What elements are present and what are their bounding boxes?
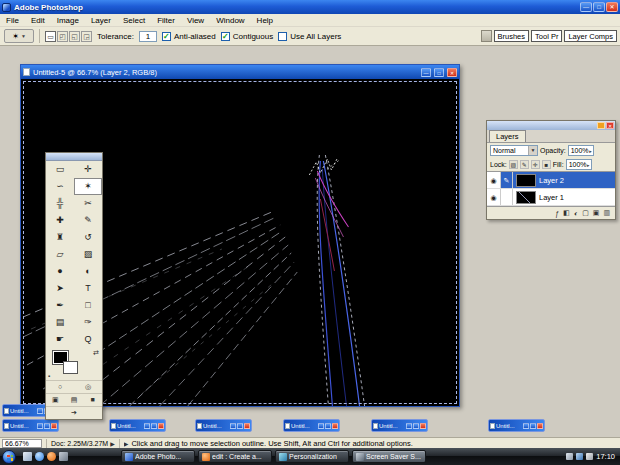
slider-arrow-icon[interactable]: ▸ [587, 160, 590, 170]
doc-minimize-icon[interactable]: — [421, 68, 431, 77]
close-icon[interactable] [332, 423, 338, 429]
full-screen-icon[interactable]: ■ [83, 394, 102, 406]
layer-name[interactable]: Layer 1 [539, 193, 564, 202]
tray-misc-icon[interactable] [586, 453, 593, 460]
visibility-eye-icon[interactable]: ◉ [487, 189, 501, 205]
layer-style-icon[interactable]: ƒ [555, 210, 559, 217]
tool-brush[interactable]: ✎ [74, 212, 102, 229]
imageready-icon[interactable]: ➔ [46, 407, 102, 419]
fill-input[interactable]: 100% ▸ [566, 159, 592, 170]
start-button[interactable] [2, 450, 16, 464]
minimize-icon[interactable]: — [580, 2, 592, 12]
minimized-doc-window[interactable]: Untitl... [109, 419, 166, 432]
lock-position-icon[interactable]: ✛ [531, 160, 540, 169]
minimized-doc-window[interactable]: Untitl... [488, 419, 545, 432]
delete-layer-icon[interactable]: ▥ [603, 209, 610, 217]
tray-network-icon[interactable] [576, 453, 583, 460]
default-colors-icon[interactable]: ▪ [48, 373, 50, 379]
subtract-from-selection-icon[interactable]: ◱ [69, 31, 80, 42]
menu-select[interactable]: Select [117, 14, 151, 27]
taskbar-button-photoshop[interactable]: Adobe Photo... [121, 450, 195, 463]
taskbar-button-personalization[interactable]: Personalization [275, 450, 349, 463]
menu-image[interactable]: Image [51, 14, 85, 27]
tool-history-brush[interactable]: ↺ [74, 229, 102, 246]
standard-screen-icon[interactable]: ▣ [46, 394, 65, 406]
lock-all-icon[interactable]: ■ [542, 160, 551, 169]
full-screen-menubar-icon[interactable]: ▤ [65, 394, 84, 406]
lock-paint-icon[interactable]: ✎ [520, 160, 529, 169]
swap-colors-icon[interactable]: ⇄ [93, 349, 99, 357]
tool-blur[interactable]: ● [46, 263, 74, 280]
restore-icon[interactable] [523, 423, 529, 429]
intersect-selection-icon[interactable]: ◲ [81, 31, 92, 42]
tool-pen[interactable]: ✒ [46, 297, 74, 314]
maximize-icon[interactable] [44, 423, 50, 429]
menu-edit[interactable]: Edit [25, 14, 51, 27]
doc-close-icon[interactable]: ✕ [447, 68, 457, 77]
background-color-swatch[interactable] [63, 361, 78, 374]
menu-view[interactable]: View [181, 14, 210, 27]
tool-clone-stamp[interactable]: ♜ [46, 229, 74, 246]
taskbar-button-screensaver[interactable]: Screen Saver S... [352, 450, 426, 463]
lock-transparency-icon[interactable]: ▨ [509, 160, 518, 169]
layer-thumbnail[interactable] [516, 174, 536, 187]
minimized-doc-window[interactable]: Untitl... [195, 419, 252, 432]
tool-eyedropper[interactable]: ✑ [74, 314, 102, 331]
restore-icon[interactable] [318, 423, 324, 429]
maximize-icon[interactable] [237, 423, 243, 429]
adjustment-layer-icon[interactable]: ◐ [574, 210, 578, 217]
toolbox-titlebar[interactable] [46, 153, 102, 161]
menu-filter[interactable]: Filter [151, 14, 181, 27]
zoom-input[interactable]: 66.67% [2, 439, 42, 448]
menu-file[interactable]: File [0, 14, 25, 27]
firefox-quicklaunch-icon[interactable] [47, 452, 56, 461]
tool-eraser[interactable]: ▱ [46, 246, 74, 263]
tool-notes[interactable]: ▤ [46, 314, 74, 331]
tool-type[interactable]: T [74, 280, 102, 297]
layer-comps-palette-tab[interactable]: Layer Comps [564, 30, 617, 42]
layer-row-layer-1[interactable]: ◉ Layer 1 [487, 189, 615, 206]
taskbar-clock[interactable]: 17:10 [596, 452, 615, 461]
doc-maximize-icon[interactable]: □ [434, 68, 444, 77]
restore-icon[interactable] [37, 408, 43, 414]
maximize-icon[interactable]: □ [593, 2, 605, 12]
standard-mode-icon[interactable]: ○ [46, 381, 74, 393]
maximize-icon[interactable] [151, 423, 157, 429]
tool-path-selection[interactable]: ➤ [46, 280, 74, 297]
close-icon[interactable] [537, 423, 543, 429]
tool-preset-picker[interactable]: ✶ ▼ [4, 29, 34, 43]
new-selection-icon[interactable]: ▭ [45, 31, 56, 42]
close-icon[interactable] [420, 423, 426, 429]
opacity-input[interactable]: 100% ▸ [568, 145, 594, 156]
tool-rectangular-marquee[interactable]: ▭ [46, 161, 74, 178]
browser-quicklaunch-icon[interactable] [35, 452, 44, 461]
blend-mode-select[interactable]: Normal ▼ [490, 145, 538, 156]
status-menu-arrow-icon[interactable]: ▶ [110, 440, 115, 447]
restore-icon[interactable] [144, 423, 150, 429]
tray-volume-icon[interactable] [566, 453, 573, 460]
tool-zoom[interactable]: Q [74, 331, 102, 348]
minimized-doc-window[interactable]: Untitl... [371, 419, 428, 432]
add-to-selection-icon[interactable]: ◰ [57, 31, 68, 42]
quick-mask-mode-icon[interactable]: ◎ [74, 381, 102, 393]
slider-arrow-icon[interactable]: ▸ [589, 146, 592, 156]
tool-lasso[interactable]: ∽ [46, 178, 74, 195]
tool-healing-brush[interactable]: ✚ [46, 212, 74, 229]
tool-slice[interactable]: ✂ [74, 195, 102, 212]
doc-size-indicator[interactable]: Doc: 2.25M/3.27M ▶ [46, 439, 120, 448]
new-layer-icon[interactable]: ▣ [593, 209, 600, 217]
app-titlebar[interactable]: Adobe Photoshop — □ ✕ [0, 0, 620, 14]
layer-name[interactable]: Layer 2 [539, 176, 564, 185]
visibility-eye-icon[interactable]: ◉ [487, 172, 501, 188]
minimized-doc-window[interactable]: Untitl... [2, 419, 59, 432]
restore-icon[interactable] [37, 423, 43, 429]
layers-tab[interactable]: Layers [489, 130, 526, 142]
brushes-palette-tab[interactable]: Brushes [494, 30, 530, 42]
menu-layer[interactable]: Layer [85, 14, 117, 27]
tool-hand[interactable]: ☛ [46, 331, 74, 348]
tool-gradient[interactable]: ▨ [74, 246, 102, 263]
restore-icon[interactable] [406, 423, 412, 429]
minimized-doc-window[interactable]: Untitl... [283, 419, 340, 432]
menu-window[interactable]: Window [210, 14, 250, 27]
tool-shape[interactable]: □ [74, 297, 102, 314]
